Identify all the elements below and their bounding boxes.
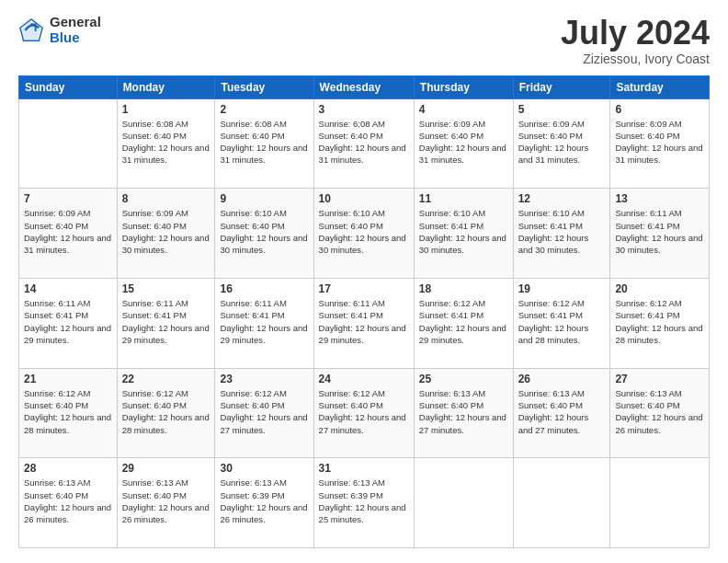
week-row-3: 21Sunrise: 6:12 AMSunset: 6:40 PMDayligh… [19,368,710,458]
day-info: Sunrise: 6:12 AMSunset: 6:41 PMDaylight:… [615,298,702,345]
day-info: Sunrise: 6:11 AMSunset: 6:41 PMDaylight:… [122,298,210,345]
calendar-cell: 12Sunrise: 6:10 AMSunset: 6:41 PMDayligh… [513,189,610,279]
calendar-cell: 28Sunrise: 6:13 AMSunset: 6:40 PMDayligh… [19,458,118,548]
calendar-cell: 23Sunrise: 6:12 AMSunset: 6:40 PMDayligh… [215,368,313,458]
day-number: 26 [518,373,606,385]
logo-text: General Blue [50,15,101,45]
calendar-cell: 2Sunrise: 6:08 AMSunset: 6:40 PMDaylight… [215,98,313,189]
calendar-cell: 20Sunrise: 6:12 AMSunset: 6:41 PMDayligh… [610,278,710,368]
calendar-cell: 26Sunrise: 6:13 AMSunset: 6:40 PMDayligh… [513,368,610,458]
day-info: Sunrise: 6:13 AMSunset: 6:40 PMDaylight:… [122,477,210,524]
day-info: Sunrise: 6:11 AMSunset: 6:41 PMDaylight:… [220,298,307,345]
calendar-cell: 11Sunrise: 6:10 AMSunset: 6:41 PMDayligh… [414,189,513,279]
day-number: 19 [518,282,606,295]
logo-general-text: General [50,15,101,30]
day-info: Sunrise: 6:12 AMSunset: 6:41 PMDaylight:… [419,298,506,345]
calendar-cell: 29Sunrise: 6:13 AMSunset: 6:40 PMDayligh… [117,458,215,548]
calendar-cell: 30Sunrise: 6:13 AMSunset: 6:39 PMDayligh… [215,458,313,548]
calendar-cell: 24Sunrise: 6:12 AMSunset: 6:40 PMDayligh… [313,368,414,458]
day-info: Sunrise: 6:13 AMSunset: 6:40 PMDaylight:… [24,477,111,524]
day-number: 21 [24,373,112,385]
day-number: 27 [615,373,704,385]
calendar-cell: 31Sunrise: 6:13 AMSunset: 6:39 PMDayligh… [313,458,414,548]
calendar-cell: 6Sunrise: 6:09 AMSunset: 6:40 PMDaylight… [610,98,710,189]
header: General Blue July 2024 Ziziessou, Ivory … [18,15,710,66]
day-number: 31 [319,462,409,475]
calendar-cell: 19Sunrise: 6:12 AMSunset: 6:41 PMDayligh… [513,278,610,368]
day-number: 2 [220,103,308,116]
day-info: Sunrise: 6:13 AMSunset: 6:39 PMDaylight:… [319,477,406,524]
day-info: Sunrise: 6:11 AMSunset: 6:41 PMDaylight:… [319,298,406,345]
calendar-cell [19,98,118,189]
day-number: 17 [319,282,409,295]
logo-blue-text: Blue [50,30,101,46]
calendar-cell: 21Sunrise: 6:12 AMSunset: 6:40 PMDayligh… [19,368,118,458]
header-thursday: Thursday [414,75,513,98]
week-row-4: 28Sunrise: 6:13 AMSunset: 6:40 PMDayligh… [19,458,710,548]
day-info: Sunrise: 6:13 AMSunset: 6:39 PMDaylight:… [220,477,307,524]
day-number: 18 [419,282,508,295]
day-info: Sunrise: 6:10 AMSunset: 6:41 PMDaylight:… [518,208,589,255]
day-info: Sunrise: 6:13 AMSunset: 6:40 PMDaylight:… [518,388,589,435]
calendar-cell: 14Sunrise: 6:11 AMSunset: 6:41 PMDayligh… [19,278,118,368]
calendar-cell: 17Sunrise: 6:11 AMSunset: 6:41 PMDayligh… [313,278,414,368]
day-info: Sunrise: 6:09 AMSunset: 6:40 PMDaylight:… [419,119,506,166]
title-block: July 2024 Ziziessou, Ivory Coast [561,15,710,66]
weekday-header-row: Sunday Monday Tuesday Wednesday Thursday… [19,75,710,98]
day-number: 9 [220,192,308,205]
day-info: Sunrise: 6:11 AMSunset: 6:41 PMDaylight:… [24,298,111,345]
calendar-cell [513,458,610,548]
calendar-cell: 10Sunrise: 6:10 AMSunset: 6:40 PMDayligh… [313,189,414,279]
calendar-cell: 4Sunrise: 6:09 AMSunset: 6:40 PMDaylight… [414,98,513,189]
day-number: 8 [122,192,210,205]
logo-icon [18,17,44,43]
day-number: 7 [24,192,112,205]
calendar-cell: 27Sunrise: 6:13 AMSunset: 6:40 PMDayligh… [610,368,710,458]
calendar-cell: 5Sunrise: 6:09 AMSunset: 6:40 PMDaylight… [513,98,610,189]
day-info: Sunrise: 6:12 AMSunset: 6:40 PMDaylight:… [319,388,406,435]
day-info: Sunrise: 6:12 AMSunset: 6:41 PMDaylight:… [518,298,589,345]
day-info: Sunrise: 6:09 AMSunset: 6:40 PMDaylight:… [24,208,111,255]
day-info: Sunrise: 6:10 AMSunset: 6:40 PMDaylight:… [319,208,406,255]
day-info: Sunrise: 6:13 AMSunset: 6:40 PMDaylight:… [615,388,702,435]
day-info: Sunrise: 6:09 AMSunset: 6:40 PMDaylight:… [518,119,589,166]
day-number: 23 [220,373,308,385]
day-info: Sunrise: 6:11 AMSunset: 6:41 PMDaylight:… [615,208,702,255]
day-number: 4 [419,103,508,116]
title-month: July 2024 [561,15,710,52]
calendar-cell: 1Sunrise: 6:08 AMSunset: 6:40 PMDaylight… [117,98,215,189]
week-row-0: 1Sunrise: 6:08 AMSunset: 6:40 PMDaylight… [19,98,710,189]
week-row-2: 14Sunrise: 6:11 AMSunset: 6:41 PMDayligh… [19,278,710,368]
day-number: 25 [419,373,508,385]
day-number: 6 [615,103,704,116]
logo: General Blue [18,15,101,45]
title-location: Ziziessou, Ivory Coast [561,52,710,66]
calendar-table: Sunday Monday Tuesday Wednesday Thursday… [18,75,710,548]
day-info: Sunrise: 6:08 AMSunset: 6:40 PMDaylight:… [319,119,406,166]
day-info: Sunrise: 6:12 AMSunset: 6:40 PMDaylight:… [24,388,111,435]
day-info: Sunrise: 6:12 AMSunset: 6:40 PMDaylight:… [220,388,307,435]
day-number: 20 [615,282,704,295]
day-info: Sunrise: 6:08 AMSunset: 6:40 PMDaylight:… [122,119,210,166]
calendar-cell: 8Sunrise: 6:09 AMSunset: 6:40 PMDaylight… [117,189,215,279]
calendar-cell: 22Sunrise: 6:12 AMSunset: 6:40 PMDayligh… [117,368,215,458]
day-number: 15 [122,282,210,295]
day-info: Sunrise: 6:10 AMSunset: 6:41 PMDaylight:… [419,208,506,255]
header-wednesday: Wednesday [313,75,414,98]
day-number: 10 [319,192,409,205]
header-tuesday: Tuesday [215,75,313,98]
calendar-cell: 9Sunrise: 6:10 AMSunset: 6:40 PMDaylight… [215,189,313,279]
day-number: 5 [518,103,606,116]
calendar-cell: 15Sunrise: 6:11 AMSunset: 6:41 PMDayligh… [117,278,215,368]
calendar-cell [610,458,710,548]
day-number: 24 [319,373,409,385]
header-monday: Monday [117,75,215,98]
day-info: Sunrise: 6:12 AMSunset: 6:40 PMDaylight:… [122,388,210,435]
day-number: 11 [419,192,508,205]
header-sunday: Sunday [19,75,118,98]
calendar-cell: 16Sunrise: 6:11 AMSunset: 6:41 PMDayligh… [215,278,313,368]
header-saturday: Saturday [610,75,710,98]
day-number: 3 [319,103,409,116]
day-number: 30 [220,462,308,475]
week-row-1: 7Sunrise: 6:09 AMSunset: 6:40 PMDaylight… [19,189,710,279]
